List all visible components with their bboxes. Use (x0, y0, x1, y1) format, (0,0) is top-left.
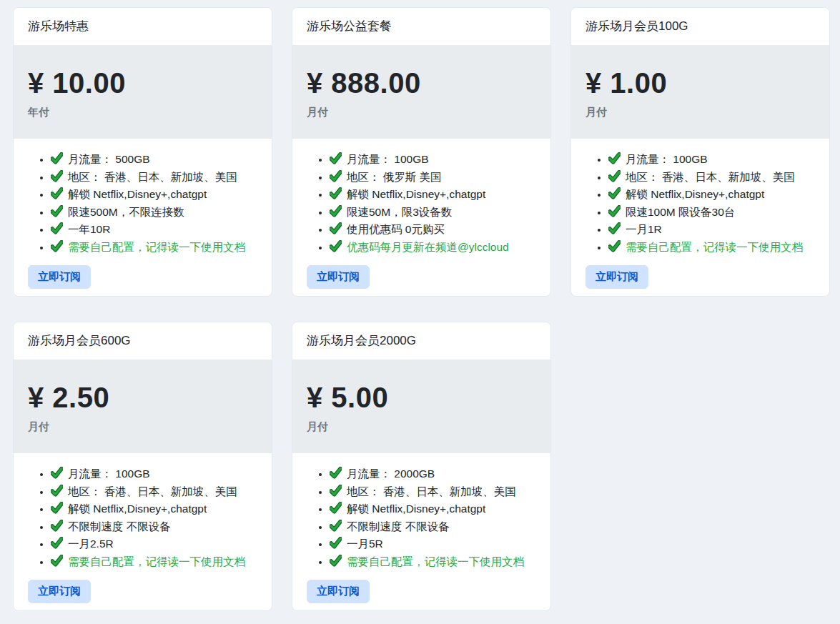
plan-title: 游乐场月会员2000G (307, 334, 416, 347)
plan-billing-period: 月付 (585, 105, 815, 119)
check-icon (330, 222, 342, 234)
plan-header: 游乐场月会员100G (571, 8, 829, 45)
subscribe-button[interactable]: 立即订阅 (307, 580, 370, 603)
feature-item: 一年10R (51, 221, 245, 239)
plan-price: ¥ 10.00 (28, 66, 257, 99)
feature-item: 需要自己配置，记得读一下使用文档 (608, 239, 803, 257)
feature-text: 月流量： 100GB (347, 153, 429, 165)
check-icon (330, 537, 342, 549)
feature-text: 需要自己配置，记得读一下使用文档 (68, 241, 245, 253)
plan-body: 月流量： 100GB 地区： 香港、日本、新加坡、美国 (14, 453, 272, 611)
check-icon (608, 222, 621, 234)
check-icon (51, 555, 63, 567)
feature-item: 解锁 Netflix,Disney+,chatgpt (330, 186, 509, 204)
check-icon (51, 222, 63, 234)
check-icon (330, 555, 342, 567)
subscribe-button[interactable]: 立即订阅 (28, 265, 91, 289)
plan-body: 月流量： 500GB 地区： 香港、日本、新加坡、美国 (14, 139, 272, 297)
check-icon (330, 170, 342, 182)
plan-header: 游乐场月会员2000G (292, 322, 550, 360)
feature-text: 月流量： 2000GB (347, 467, 435, 480)
plan-billing-period: 月付 (28, 420, 257, 434)
check-icon (51, 187, 63, 199)
feature-item: 限速50M，限3设备数 (330, 204, 509, 222)
feature-item: 月流量： 100GB (51, 465, 245, 483)
plan-price-section: ¥ 2.50 月付 (14, 360, 272, 453)
feature-text: 不限制速度 不限设备 (68, 520, 171, 533)
feature-item: 不限制速度 不限设备 (330, 518, 524, 536)
plan-title: 游乐场月会员600G (28, 334, 131, 347)
plan-price: ¥ 888.00 (307, 66, 536, 99)
feature-list: 月流量： 100GB 地区： 俄罗斯 美国 解锁 Net (307, 151, 509, 256)
feature-text: 限速100M 限设备30台 (626, 206, 735, 218)
feature-text: 解锁 Netflix,Disney+,chatgpt (347, 502, 485, 515)
feature-text: 地区： 香港、日本、新加坡、美国 (68, 171, 237, 183)
feature-text: 不限制速度 不限设备 (347, 520, 450, 533)
check-icon (51, 205, 63, 217)
plan-billing-period: 月付 (307, 105, 536, 119)
feature-list: 月流量： 2000GB 地区： 香港、日本、新加坡、美国 (307, 465, 524, 570)
feature-text: 需要自己配置，记得读一下使用文档 (68, 555, 245, 568)
plan-price-section: ¥ 5.00 月付 (292, 360, 550, 453)
feature-item: 一月1R (608, 221, 803, 239)
check-icon (51, 502, 63, 514)
check-icon (608, 170, 621, 182)
feature-text: 解锁 Netflix,Disney+,chatgpt (626, 188, 764, 200)
feature-text: 解锁 Netflix,Disney+,chatgpt (68, 188, 207, 200)
feature-text: 需要自己配置，记得读一下使用文档 (347, 555, 524, 568)
feature-item: 解锁 Netflix,Disney+,chatgpt (51, 186, 245, 204)
check-icon (51, 537, 63, 549)
feature-text: 解锁 Netflix,Disney+,chatgpt (347, 188, 485, 200)
plan-card: 游乐场特惠 ¥ 10.00 年付 月流量： 500GB (13, 7, 272, 297)
feature-item: 月流量： 500GB (51, 151, 245, 169)
feature-text: 限速500M，不限连接数 (68, 206, 184, 218)
feature-item: 需要自己配置，记得读一下使用文档 (330, 553, 524, 571)
feature-item: 使用优惠码 0元购买 (330, 221, 509, 239)
feature-text: 使用优惠码 0元购买 (347, 223, 445, 235)
plan-header: 游乐场特惠 (14, 8, 272, 45)
feature-text: 地区： 香港、日本、新加坡、美国 (347, 485, 516, 497)
feature-item: 需要自己配置，记得读一下使用文档 (51, 239, 245, 257)
plan-header: 游乐场公益套餐 (292, 8, 550, 45)
feature-item: 解锁 Netflix,Disney+,chatgpt (51, 500, 245, 518)
check-icon (51, 467, 63, 479)
plan-header: 游乐场月会员600G (14, 322, 272, 360)
feature-item: 地区： 香港、日本、新加坡、美国 (51, 483, 245, 501)
check-icon (330, 205, 342, 217)
feature-text: 地区： 香港、日本、新加坡、美国 (68, 485, 237, 497)
plan-price-section: ¥ 888.00 月付 (292, 45, 550, 139)
feature-text: 月流量： 100GB (68, 467, 150, 480)
check-icon (51, 520, 63, 532)
plan-billing-period: 年付 (28, 105, 257, 119)
pricing-grid: 游乐场特惠 ¥ 10.00 年付 月流量： 500GB (13, 7, 830, 611)
plan-body: 月流量： 100GB 地区： 俄罗斯 美国 解锁 Net (292, 139, 550, 297)
subscribe-button[interactable]: 立即订阅 (585, 265, 648, 289)
plan-card: 游乐场月会员600G ¥ 2.50 月付 月流量： 100GB (13, 322, 272, 611)
subscribe-button[interactable]: 立即订阅 (28, 580, 91, 603)
feature-list: 月流量： 100GB 地区： 香港、日本、新加坡、美国 (28, 465, 245, 570)
plan-price: ¥ 5.00 (307, 381, 536, 414)
plan-body: 月流量： 100GB 地区： 香港、日本、新加坡、美国 (571, 139, 829, 297)
pricing-page: 游乐场特惠 ¥ 10.00 年付 月流量： 500GB (0, 0, 840, 624)
feature-item: 不限制速度 不限设备 (51, 518, 245, 536)
feature-item: 地区： 俄罗斯 美国 (330, 169, 509, 187)
check-icon (608, 240, 621, 252)
feature-text: 地区： 俄罗斯 美国 (347, 171, 442, 183)
check-icon (51, 170, 63, 182)
feature-item: 月流量： 100GB (330, 151, 509, 169)
feature-text: 月流量： 100GB (626, 153, 708, 165)
check-icon (330, 467, 342, 479)
plan-title: 游乐场特惠 (28, 19, 89, 33)
feature-item: 解锁 Netflix,Disney+,chatgpt (330, 500, 524, 518)
feature-text: 优惠码每月更新在频道@ylccloud (347, 241, 509, 253)
feature-item: 需要自己配置，记得读一下使用文档 (51, 553, 245, 571)
plan-price: ¥ 1.00 (585, 66, 815, 99)
feature-item: 一月2.5R (51, 535, 245, 553)
feature-text: 一年10R (68, 223, 110, 235)
feature-list: 月流量： 100GB 地区： 香港、日本、新加坡、美国 (585, 151, 803, 256)
plan-title: 游乐场月会员100G (585, 19, 688, 33)
subscribe-button[interactable]: 立即订阅 (307, 265, 370, 289)
feature-item: 限速100M 限设备30台 (608, 204, 803, 222)
feature-item: 月流量： 100GB (608, 151, 803, 169)
plan-card: 游乐场月会员100G ¥ 1.00 月付 月流量： 100GB (570, 7, 830, 297)
